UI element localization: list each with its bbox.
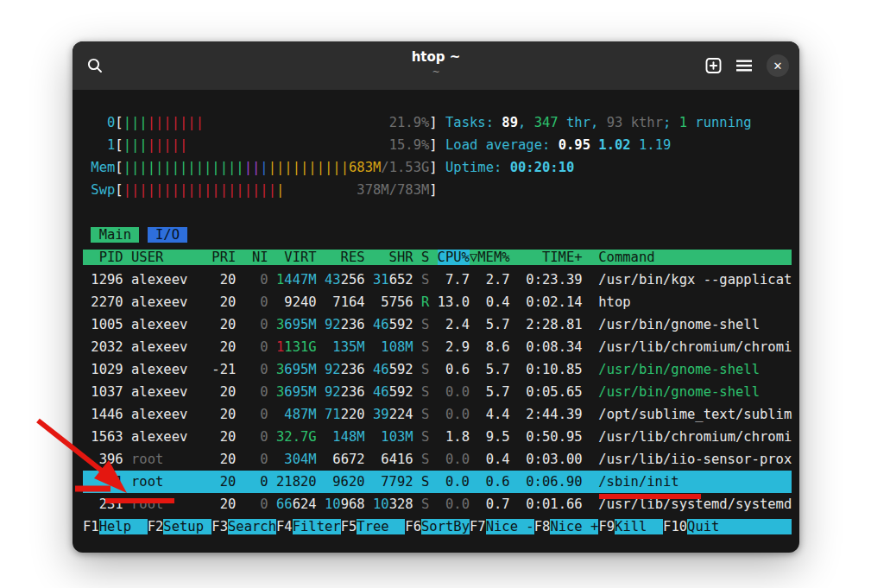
fkey-f8-button[interactable]: Nice +	[550, 519, 598, 534]
fkey-f3-label: F3	[211, 519, 228, 534]
column-header-cpu-sort[interactable]: CPU%	[438, 250, 470, 265]
tab-main[interactable]: Main	[91, 227, 139, 243]
fkey-f4-button[interactable]: Filter	[293, 519, 341, 534]
window-title: htop ~	[412, 49, 461, 65]
fkey-f6-button[interactable]: SortBy	[421, 519, 470, 534]
process-row-1005[interactable]: 1005 alexeev 20 0 3695M 92236 46592 S 2.…	[83, 313, 760, 336]
fkey-f3-button[interactable]: Search	[228, 519, 276, 534]
sort-direction-icon: ▽	[470, 250, 477, 265]
fkey-f10-label: F10	[663, 519, 687, 534]
process-row-1446[interactable]: 1446 alexeev 20 0 487M 71220 39224 S 0.0…	[83, 403, 792, 426]
table-header-columns[interactable]: PID USER PRI NI VIRT RES SHR S	[83, 250, 438, 265]
new-tab-icon[interactable]	[705, 57, 722, 74]
fkey-f1-label: F1	[83, 519, 99, 534]
fkey-f2-label: F2	[148, 519, 164, 534]
swp-meter: Swp[|||||||||||||||||||| 378M/783M]	[83, 179, 438, 201]
process-row-1563[interactable]: 1563 alexeev 20 0 32.7G 148M 103M S 1.8 …	[83, 426, 792, 448]
cpu1-meter: 1[|||||||| 15.9%] Load average: 0.95 1.0…	[83, 134, 671, 156]
fkey-f10-button[interactable]: Quit	[687, 519, 792, 534]
screen-tabs: Main I/O	[83, 224, 187, 246]
fkey-f2-button[interactable]: Setup	[163, 519, 211, 534]
process-row-1-init[interactable]: 1 root 20 0 21820 9620 7792 S 0.0 0.6 0:…	[83, 471, 792, 493]
terminal-window: htop ~ ~ ✕ 0[|||||	[73, 41, 799, 553]
process-row-1029[interactable]: 1029 alexeev -21 0 3695M 92236 46592 S 0…	[83, 358, 760, 381]
process-row-2032[interactable]: 2032 alexeev 20 0 1131G 135M 108M S 2.9 …	[83, 336, 792, 358]
fkey-f7-label: F7	[470, 519, 486, 534]
mem-meter: Mem[||||||||||||||||||||||||||||683M/1.5…	[83, 156, 574, 179]
fkey-f1-button[interactable]: Help	[99, 519, 148, 534]
fkey-f9-button[interactable]: Kill	[615, 519, 663, 534]
window-subtitle: ~	[412, 66, 461, 78]
process-row-1296[interactable]: 1296 alexeev 20 0 1447M 43256 31652 S 7.…	[83, 269, 792, 291]
table-header-columns-right[interactable]: MEM% TIME+ Command	[477, 250, 792, 265]
menu-icon[interactable]	[736, 60, 752, 72]
close-button[interactable]: ✕	[767, 54, 789, 77]
close-icon: ✕	[773, 60, 783, 72]
fkey-f9-label: F9	[598, 519, 615, 534]
fkey-f5-label: F5	[341, 519, 357, 534]
table-header[interactable]: PID USER PRI NI VIRT RES SHR S CPU%▽MEM%…	[83, 246, 792, 269]
process-row-2270[interactable]: 2270 alexeev 20 0 9240 7164 5756 R 13.0 …	[83, 291, 631, 313]
spacer-line	[83, 201, 91, 224]
fkey-f8-label: F8	[534, 519, 551, 534]
process-row-1037[interactable]: 1037 alexeev 20 0 3695M 92236 46592 S 0.…	[83, 381, 760, 403]
process-row-396[interactable]: 396 root 20 0 304M 6672 6416 S 0.0 0.4 0…	[83, 448, 792, 471]
terminal-screen[interactable]: 0[|||||||||| 21.9%] Tasks: 89, 347 thr, …	[73, 90, 799, 553]
cpu0-meter: 0[|||||||||| 21.9%] Tasks: 89, 347 thr, …	[83, 111, 752, 134]
tab-io[interactable]: I/O	[148, 227, 188, 243]
fkey-f7-button[interactable]: Nice -	[486, 519, 534, 534]
search-icon[interactable]	[86, 57, 104, 74]
fkey-f5-button[interactable]: Tree	[357, 519, 405, 534]
process-row-231[interactable]: 231 root 20 0 66624 10968 10328 S 0.0 0.…	[83, 493, 792, 515]
fkey-f6-label: F6	[405, 519, 421, 534]
function-key-bar: F1Help F2Setup F3SearchF4FilterF5Tree F6…	[83, 515, 792, 538]
fkey-f4-label: F4	[276, 519, 293, 534]
titlebar[interactable]: htop ~ ~ ✕	[73, 41, 799, 90]
